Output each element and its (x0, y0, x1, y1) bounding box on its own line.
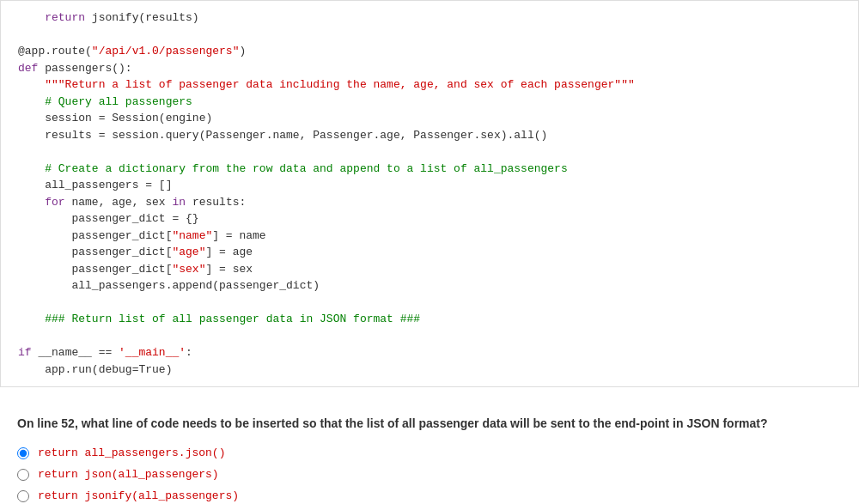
code-line (1, 328, 858, 345)
code-line: app.run(debug=True) (1, 361, 858, 379)
option-label-3: return jsonify(all_passengers) (38, 489, 239, 502)
question-text: On line 52, what line of code needs to b… (17, 415, 842, 433)
code-line: def passengers(): (1, 60, 858, 77)
option-label-1: return all_passengers.json() (38, 446, 225, 459)
code-line: return jsonify(results) (1, 9, 858, 27)
options-list: return all_passengers.json() return json… (17, 446, 842, 504)
code-line: @app.route("/api/v1.0/passengers") (1, 43, 858, 60)
code-line: passenger_dict["name"] = name (1, 228, 858, 245)
code-line: ### Return list of all passenger data in… (1, 311, 858, 328)
option-radio-3[interactable] (17, 490, 29, 502)
option-item-2[interactable]: return json(all_passengers) (17, 468, 842, 481)
option-item-1[interactable]: return all_passengers.json() (17, 446, 842, 459)
code-line (1, 143, 858, 161)
code-line: passenger_dict = {} (1, 210, 858, 228)
code-line (1, 27, 858, 44)
code-line: all_passengers = [] (1, 177, 858, 194)
code-block: return jsonify(results) @app.route("/api… (0, 0, 859, 387)
code-line: # Query all passengers (1, 94, 858, 111)
code-line: """Return a list of passenger data inclu… (1, 76, 858, 94)
code-line: for name, age, sex in results: (1, 194, 858, 211)
code-line: all_passengers.append(passenger_dict) (1, 277, 858, 295)
option-label-2: return json(all_passengers) (38, 468, 219, 481)
question-section: On line 52, what line of code needs to b… (0, 401, 859, 504)
code-line (1, 295, 858, 312)
option-item-3[interactable]: return jsonify(all_passengers) (17, 489, 842, 502)
option-radio-2[interactable] (17, 469, 29, 481)
option-radio-1[interactable] (17, 447, 29, 459)
code-line: session = Session(engine) (1, 110, 858, 127)
code-line: # Create a dictionary from the row data … (1, 161, 858, 178)
code-line: passenger_dict["sex"] = sex (1, 261, 858, 278)
code-line: passenger_dict["age"] = age (1, 244, 858, 261)
code-line: results = session.query(Passenger.name, … (1, 127, 858, 144)
code-line: if __name__ == '__main__': (1, 344, 858, 361)
